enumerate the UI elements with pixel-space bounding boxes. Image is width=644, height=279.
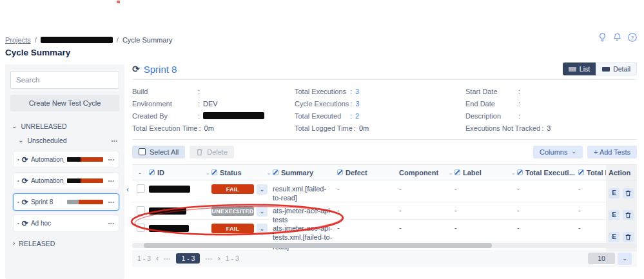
divider — [132, 139, 637, 140]
page-size-dropdown-button[interactable]: ⌄ — [618, 253, 632, 265]
component-cell: - — [399, 220, 454, 231]
edit-filter-icon[interactable] — [211, 169, 217, 175]
header-action: Action — [606, 165, 637, 180]
execute-button[interactable]: E — [609, 232, 620, 242]
row-checkbox[interactable] — [137, 184, 145, 193]
execute-button[interactable]: E — [609, 188, 620, 198]
page-title: Cycle Summary — [5, 48, 70, 57]
current-page-button[interactable]: 1 - 3 — [176, 253, 200, 264]
columns-button[interactable]: Columns ⌄ — [533, 146, 583, 159]
pagination-range: 1 - 3 — [137, 255, 151, 262]
chevron-down-icon: ⌄ — [260, 186, 265, 193]
info-label: Created By — [132, 112, 197, 120]
tree-node-unreleased[interactable]: ⌄ UNRELEASED — [10, 120, 119, 133]
edit-filter-icon[interactable] — [517, 169, 523, 175]
header-summary[interactable]: Summary — [273, 169, 337, 177]
sidebar-collapse-icon[interactable]: ‹ — [126, 185, 129, 194]
edit-filter-icon[interactable] — [273, 169, 278, 175]
header-total-lc[interactable]: Total Lc — [578, 169, 606, 177]
breadcrumb-projects-link[interactable]: Projects — [5, 36, 31, 44]
redacted-test-id[interactable] — [149, 225, 189, 232]
chevron-down-icon[interactable]: ⌄ — [448, 169, 453, 176]
status-progress-bar — [67, 178, 103, 183]
header-component[interactable]: Component⌄ — [399, 169, 454, 177]
redacted-test-id[interactable] — [149, 186, 190, 193]
chevron-right-icon[interactable]: › — [218, 254, 220, 263]
stray-red-mark — [117, 1, 120, 3]
detail-view-button[interactable]: Detail — [596, 63, 637, 75]
info-label: Cycle Executions — [295, 100, 349, 108]
scrollbar-thumb[interactable] — [144, 243, 492, 248]
chevron-down-icon[interactable]: ⌄ — [266, 169, 271, 176]
trash-icon — [625, 234, 631, 240]
status-badge[interactable]: UNEXECUTED — [211, 206, 254, 216]
list-view-button[interactable]: List — [563, 63, 596, 75]
edit-filter-icon[interactable] — [578, 169, 584, 175]
chevron-down-icon[interactable]: ⌄ — [12, 124, 17, 128]
info-value: 3 — [355, 88, 359, 95]
chevron-down-icon[interactable]: ⌄ — [18, 139, 23, 142]
header-total-executions[interactable]: Total Executi...⌄ — [517, 169, 578, 177]
status-dropdown-button[interactable]: ⌄ — [257, 224, 268, 234]
header-status[interactable]: Status⌄ — [211, 169, 273, 177]
tree-node-released[interactable]: › RELEASED — [10, 237, 119, 250]
status-dropdown-button[interactable]: ⌄ — [257, 184, 268, 195]
detail-view-icon — [602, 67, 610, 72]
select-all-button[interactable]: Select All — [132, 146, 185, 159]
chevron-down-icon[interactable]: ⌄ — [205, 169, 210, 176]
row-checkbox[interactable] — [137, 206, 145, 215]
chevron-down-icon[interactable]: ⌄ — [511, 169, 516, 176]
sidebar-item-ad-hoc[interactable]: • ⟳ Ad hoc ••• — [13, 215, 119, 232]
edit-filter-icon[interactable] — [337, 169, 343, 175]
trash-icon — [196, 148, 203, 156]
more-actions-icon[interactable]: ••• — [108, 200, 115, 204]
redacted-test-id[interactable] — [149, 207, 186, 215]
bullet-icon: • — [17, 220, 19, 226]
notifications-bell-icon[interactable] — [612, 32, 622, 43]
status-badge[interactable]: FAIL — [211, 224, 254, 233]
status-dropdown-button[interactable]: ⌄ — [257, 206, 268, 216]
delete-row-button[interactable] — [623, 210, 634, 220]
execute-button[interactable]: E — [609, 210, 620, 220]
pagination-ellipsis: ••• — [164, 256, 171, 262]
info-label: Environment — [132, 100, 197, 108]
table-toolbar: Select All Delete Columns ⌄ + Add Tests — [132, 144, 637, 159]
header-label[interactable]: Label⌄ — [454, 169, 517, 177]
more-actions-icon[interactable]: ••• — [108, 221, 115, 226]
header-defect[interactable]: Defect — [337, 169, 399, 177]
search-input[interactable] — [16, 76, 115, 84]
idea-bulb-icon[interactable] — [598, 32, 607, 43]
delete-row-button[interactable] — [623, 188, 634, 198]
status-badge[interactable]: FAIL — [211, 184, 254, 194]
create-new-test-cycle-button[interactable]: Create New Test Cycle — [10, 95, 119, 111]
edit-filter-icon[interactable] — [454, 169, 460, 175]
delete-row-button[interactable] — [623, 232, 634, 242]
info-label: Total Execution Time — [132, 124, 198, 132]
sidebar-item-automation-1[interactable]: • ⟳ Automation_M... ••• — [13, 151, 119, 168]
delete-button[interactable]: Delete — [190, 146, 234, 159]
cycle-icon: ⟳ — [22, 220, 28, 227]
horizontal-scrollbar[interactable] — [132, 243, 637, 248]
help-icon[interactable]: ? — [627, 32, 638, 43]
add-tests-button[interactable]: + Add Tests — [587, 146, 637, 159]
chevron-right-icon[interactable]: › — [13, 242, 15, 245]
more-actions-icon[interactable]: ••• — [112, 139, 118, 143]
cycle-search[interactable] — [10, 71, 119, 89]
edit-filter-icon[interactable] — [149, 169, 155, 175]
chevron-left-icon[interactable]: ‹ — [156, 254, 159, 263]
defect-cell: - — [337, 220, 399, 231]
defect-cell: - — [337, 202, 399, 214]
page-size-select[interactable]: 10 — [588, 253, 615, 264]
label-cell: - — [454, 220, 517, 231]
row-checkbox[interactable] — [137, 224, 145, 232]
cycle-summary-main: ⟳ Sprint 8 List Detail Build: Environmen… — [132, 61, 637, 267]
more-actions-icon[interactable]: ••• — [108, 178, 115, 183]
more-actions-icon[interactable]: ••• — [108, 157, 115, 162]
sidebar-item-sprint-8[interactable]: • ⟳ Sprint 8 ••• — [13, 193, 119, 211]
cycle-item-label: Ad hoc — [31, 220, 51, 227]
trash-icon — [625, 190, 631, 197]
tree-node-unscheduled[interactable]: ⌄ Unscheduled ••• — [10, 134, 119, 147]
bullet-icon: • — [17, 199, 19, 205]
sidebar-item-automation-2[interactable]: • ⟳ Automation_M... ••• — [13, 172, 119, 189]
header-id[interactable]: ID⌄ — [149, 169, 211, 177]
